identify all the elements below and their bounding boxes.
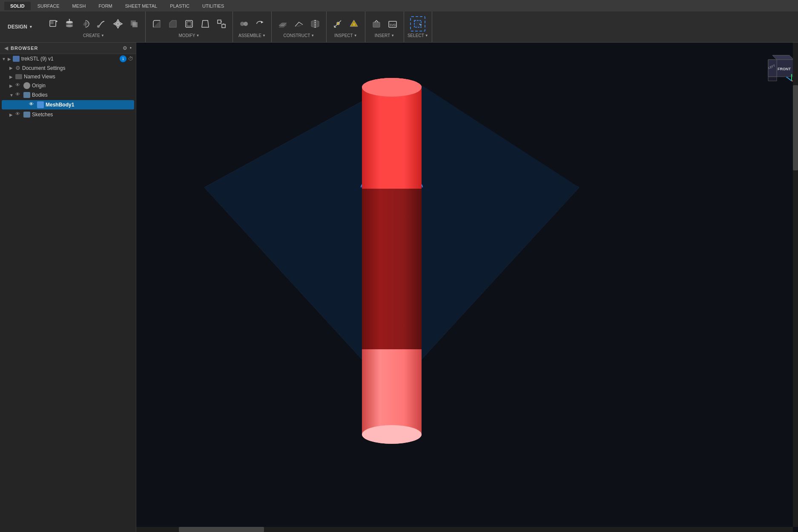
- svg-rect-33: [373, 22, 380, 27]
- inspect-label[interactable]: INSPECT ▼: [334, 33, 357, 38]
- select-label[interactable]: SELECT ▼: [408, 33, 428, 38]
- plane-angle-btn[interactable]: [291, 16, 307, 32]
- vertical-scrollbar[interactable]: [793, 43, 798, 527]
- inspect-tools: !: [330, 16, 362, 32]
- tree-item-sketches[interactable]: ▶ 👁 Sketches: [0, 110, 136, 119]
- browser-close-icon: •: [130, 45, 132, 51]
- body-icon-mesh: [37, 101, 44, 108]
- revolve-btn[interactable]: [78, 16, 93, 32]
- svg-rect-66: [362, 87, 422, 189]
- svg-marker-11: [117, 20, 119, 22]
- tree-item-named-views[interactable]: ▶ Named Views: [0, 72, 136, 81]
- fillet-btn[interactable]: [149, 16, 164, 32]
- sidebar-collapse-btn[interactable]: ◀: [4, 45, 8, 51]
- svg-marker-72: [768, 77, 777, 81]
- browser-header: ◀ BROWSER ⚙ •: [0, 43, 136, 54]
- toolbar: SOLID SURFACE MESH FORM SHEET METAL PLAS…: [0, 0, 798, 43]
- svg-text:SVG: SVG: [390, 23, 396, 26]
- eye-icon-sketches[interactable]: 👁: [15, 111, 22, 118]
- sweep-btn[interactable]: [94, 16, 109, 32]
- modify-label[interactable]: MODIFY ▼: [179, 33, 200, 38]
- eye-icon-bodies[interactable]: 👁: [15, 92, 22, 98]
- assemble-group: ASSEMBLE ▼: [233, 12, 272, 42]
- viewport[interactable]: FRONT LEFT: [136, 43, 798, 532]
- shell-btn[interactable]: [181, 16, 197, 32]
- sidebar: ◀ BROWSER ⚙ • ▼ ▶ trekSTL (9) v1 1 ⏱ ▶ ⚙…: [0, 43, 136, 532]
- create-label[interactable]: CREATE ▼: [83, 33, 104, 38]
- browser-actions: ⚙ •: [123, 45, 132, 51]
- tree-item-meshbody1[interactable]: 👁 MeshBody1: [2, 100, 134, 109]
- assemble-tools: [236, 16, 268, 32]
- scene-svg: [136, 43, 798, 532]
- tree-arrow-sketches: ▶: [9, 112, 15, 117]
- clock-icon: ⏱: [128, 56, 133, 62]
- eye-icon-origin[interactable]: 👁: [15, 82, 22, 89]
- tab-sheet-metal[interactable]: SHEET METAL: [119, 2, 163, 10]
- tree-arrow-bodies: ▼: [9, 93, 15, 98]
- tab-form[interactable]: FORM: [92, 2, 118, 10]
- tree-item-bodies[interactable]: ▼ 👁 Bodies: [0, 90, 136, 100]
- create-tools: [46, 16, 142, 32]
- insert-group: SVG INSERT ▼: [365, 12, 404, 42]
- svg-rect-21: [218, 20, 221, 23]
- folder-icon-sketches: [23, 112, 30, 118]
- motion-btn[interactable]: [253, 16, 268, 32]
- measure-btn[interactable]: [330, 16, 345, 32]
- combine-btn[interactable]: [126, 16, 142, 32]
- tree-arrow-doc: ▶: [9, 66, 15, 70]
- svg-rect-64: [362, 349, 422, 434]
- draft-btn[interactable]: [198, 16, 213, 32]
- svg-line-80: [787, 78, 792, 81]
- interference-btn[interactable]: !: [346, 16, 362, 32]
- svg-marker-20: [202, 20, 209, 27]
- svg-point-10: [97, 25, 100, 28]
- tree-item-origin[interactable]: ▶ 👁 Origin: [0, 81, 136, 90]
- tree-item-root[interactable]: ▼ ▶ trekSTL (9) v1 1 ⏱: [0, 54, 136, 63]
- tab-mesh[interactable]: MESH: [66, 2, 92, 10]
- chamfer-btn[interactable]: [165, 16, 181, 32]
- tab-plastic[interactable]: PLASTIC: [164, 2, 195, 10]
- horizontal-scrollbar[interactable]: [136, 527, 793, 532]
- view-cube[interactable]: FRONT LEFT: [760, 47, 794, 81]
- gear-icon-doc: ⚙: [15, 65, 20, 71]
- window-select-btn[interactable]: [410, 16, 425, 32]
- browser-settings-icon[interactable]: ⚙: [123, 45, 127, 51]
- construct-tools: [275, 16, 323, 32]
- new-component-btn[interactable]: [46, 16, 61, 32]
- tree-item-doc-settings[interactable]: ▶ ⚙ Document Settings: [0, 63, 136, 72]
- inspect-group: ! INSPECT ▼: [327, 12, 365, 42]
- svg-rect-22: [222, 24, 225, 28]
- eye-icon-mesh[interactable]: 👁: [29, 101, 36, 108]
- midplane-btn[interactable]: [307, 16, 323, 32]
- extrude-btn[interactable]: [62, 16, 77, 32]
- tab-utilities[interactable]: UTILITIES: [196, 2, 230, 10]
- svg-marker-8: [69, 19, 70, 20]
- tree-arrow-origin: ▶: [9, 83, 15, 88]
- tool-groups: DESIGN ▼: [0, 12, 798, 42]
- insert-label[interactable]: INSERT ▼: [375, 33, 394, 38]
- assemble-label[interactable]: ASSEMBLE ▼: [238, 33, 266, 38]
- origin-icon: [23, 82, 30, 89]
- svg-rect-3: [51, 21, 53, 24]
- svg-text:!: !: [353, 23, 355, 26]
- svg-point-31: [337, 22, 339, 25]
- browser-title: BROWSER: [11, 46, 38, 51]
- svg-rect-61: [362, 187, 422, 349]
- svg-marker-12: [117, 26, 119, 28]
- construct-group: CONSTRUCT ▼: [272, 12, 327, 42]
- tab-solid[interactable]: SOLID: [4, 2, 31, 10]
- construct-label[interactable]: CONSTRUCT ▼: [284, 33, 315, 38]
- tab-surface[interactable]: SURFACE: [32, 2, 66, 10]
- svg-text:FRONT: FRONT: [778, 67, 791, 71]
- joint-btn[interactable]: [236, 16, 252, 32]
- move-btn[interactable]: [110, 16, 126, 32]
- folder-icon-bodies: [23, 92, 30, 98]
- tree-arrow-root: ▼: [2, 57, 8, 61]
- insert-mesh-btn[interactable]: [369, 16, 384, 32]
- insert-svg-btn[interactable]: SVG: [385, 16, 400, 32]
- scale-btn[interactable]: [214, 16, 229, 32]
- design-button[interactable]: DESIGN ▼: [3, 22, 37, 32]
- offset-plane-btn[interactable]: [275, 16, 290, 32]
- folder-icon-root: [13, 56, 20, 62]
- modify-group: MODIFY ▼: [146, 12, 233, 42]
